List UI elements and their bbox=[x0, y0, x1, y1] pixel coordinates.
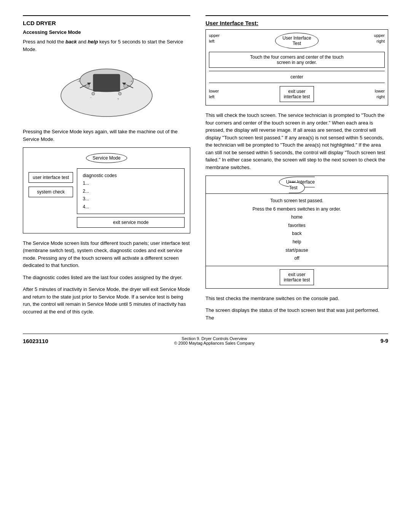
lower-right-label: lowerright bbox=[375, 88, 385, 100]
uit2-top: User InterfaceTest bbox=[206, 176, 388, 193]
lower-left-label: lowerleft bbox=[209, 88, 219, 100]
uit2-oval[interactable]: User InterfaceTest bbox=[279, 177, 315, 193]
upper-left-label: upperleft bbox=[209, 33, 220, 45]
sm-left-buttons: user interface test system check bbox=[29, 172, 73, 197]
para5-text: After 5 minutes of inactivity in Service… bbox=[23, 286, 190, 315]
switch-start-pause: start/pause bbox=[209, 246, 385, 255]
svg-point-7 bbox=[92, 92, 95, 95]
touch-screen-passed: Touch screen test passed. bbox=[209, 197, 385, 205]
para4-text: The diagnostic codes listed are the last… bbox=[23, 274, 190, 281]
exit-service-mode-button[interactable]: exit service mode bbox=[77, 217, 185, 228]
service-mode-diagram: Service Mode user interface test system … bbox=[23, 147, 190, 233]
switch-favorites: favorites bbox=[209, 222, 385, 230]
switch-home: home bbox=[209, 213, 385, 222]
user-interface-test-button[interactable]: user interface test bbox=[29, 172, 73, 183]
center-label: center bbox=[209, 71, 385, 83]
para3-text: The Service Mode screen lists four diffe… bbox=[23, 240, 190, 269]
press-switches: Press the 6 members switches in any orde… bbox=[209, 205, 385, 214]
page: LCD DRYER Accessing Service Mode Press a… bbox=[23, 15, 388, 345]
footer-center: Section 9. Dryer Controls Overview © 200… bbox=[174, 336, 255, 345]
dryer-image: ➝ ➝ ← ? bbox=[23, 58, 190, 120]
footer-doc-number: 16023110 bbox=[23, 338, 48, 344]
right-column: User Interface Test: upperleft User Inte… bbox=[206, 15, 388, 326]
switch-off: off bbox=[209, 254, 385, 263]
diag-code-1: 1... bbox=[83, 179, 179, 187]
svg-text:➝: ➝ bbox=[77, 79, 80, 83]
right-para1-text: This will check the touch screen. The se… bbox=[206, 112, 388, 171]
uit2-exit: exit userinterface test bbox=[206, 266, 388, 288]
service-mode-oval[interactable]: Service Mode bbox=[86, 153, 127, 163]
footer: 16023110 Section 9. Dryer Controls Overv… bbox=[23, 334, 388, 345]
uit-top-row: upperleft User InterfaceTest upperright bbox=[206, 30, 388, 52]
svg-text:?: ? bbox=[117, 97, 119, 101]
svg-point-8 bbox=[118, 92, 121, 95]
footer-copyright: © 2000 Maytag Appliances Sales Company bbox=[174, 341, 255, 345]
switch-back: back bbox=[209, 230, 385, 238]
right-para2-text: This test checks the membrane switches o… bbox=[206, 295, 388, 302]
uit-oval-top[interactable]: User InterfaceTest bbox=[275, 33, 318, 49]
svg-text:←: ← bbox=[89, 96, 92, 99]
para1-text: Press and hold the back and help keys fo… bbox=[23, 38, 190, 53]
diag-code-3: 3... bbox=[83, 195, 179, 203]
left-column: LCD DRYER Accessing Service Mode Press a… bbox=[23, 15, 190, 326]
svg-text:➝: ➝ bbox=[129, 79, 132, 83]
uit-instruction-box: Touch the four corners and center of the… bbox=[209, 52, 385, 68]
sm-top: Service Mode bbox=[29, 153, 185, 163]
diagnostic-codes-title: diagnostic codes bbox=[83, 172, 179, 179]
uit-diagram: upperleft User InterfaceTest upperright … bbox=[206, 29, 388, 105]
footer-section-label: Section 9. Dryer Controls Overview bbox=[174, 336, 255, 341]
accessing-service-mode-title: Accessing Service Mode bbox=[23, 29, 190, 35]
svg-point-6 bbox=[124, 84, 127, 88]
switch-help: help bbox=[209, 238, 385, 246]
diagnostic-codes-box: diagnostic codes 1... 2... 3... 4... bbox=[77, 168, 185, 214]
diag-code-4: 4... bbox=[83, 203, 179, 211]
exit-user-interface-test-button[interactable]: exit userinterface test bbox=[280, 86, 314, 102]
footer-page-number: 9-9 bbox=[381, 338, 388, 344]
section-title-uit: User Interface Test: bbox=[206, 20, 388, 26]
para2-text: Pressing the Service Mode keys again, wi… bbox=[23, 128, 190, 143]
content-area: LCD DRYER Accessing Service Mode Press a… bbox=[23, 15, 388, 326]
svg-rect-2 bbox=[93, 74, 120, 91]
uit2-content: Touch screen test passed. Press the 6 me… bbox=[206, 193, 388, 266]
system-check-button[interactable]: system check bbox=[29, 187, 73, 197]
sm-bottom: user interface test system check diagnos… bbox=[29, 168, 185, 228]
uit2-diagram: User InterfaceTest Touch screen test pas… bbox=[206, 176, 388, 289]
section-title-lcd: LCD DRYER bbox=[23, 20, 190, 26]
upper-right-label: upperright bbox=[374, 33, 385, 45]
exit-user-interface-test-button-2[interactable]: exit userinterface test bbox=[280, 269, 314, 285]
right-para3-text: The screen displays the status of the to… bbox=[206, 307, 388, 321]
diag-code-2: 2... bbox=[83, 187, 179, 195]
right-top-rule bbox=[206, 15, 388, 16]
svg-point-5 bbox=[86, 84, 89, 88]
top-rule bbox=[23, 15, 190, 16]
uit-exit-row: lowerleft exit userinterface test lowerr… bbox=[206, 83, 388, 105]
